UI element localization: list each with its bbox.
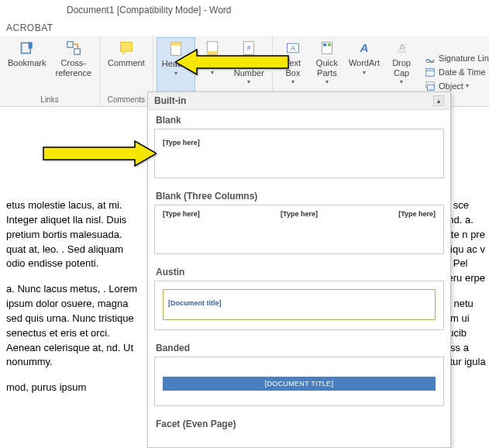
placeholder-text: [Type here]: [398, 210, 436, 218]
placeholder-text: [Type here]: [163, 210, 200, 218]
tab-acrobat[interactable]: ACROBAT: [6, 22, 53, 33]
chevron-down-icon: ▾: [400, 78, 403, 85]
dropdown-header: Built-in ▴: [148, 92, 450, 110]
scroll-up-button[interactable]: ▴: [433, 95, 444, 106]
chevron-down-icon: ▾: [363, 69, 366, 76]
dropcap-icon: A: [394, 40, 409, 56]
paragraph: etus molestie lacus, at mi. Integer aliq…: [6, 198, 141, 271]
datetime-button[interactable]: Date & Time: [422, 65, 489, 79]
links-group-label: Links: [3, 94, 96, 106]
chevron-down-icon: ▾: [325, 78, 329, 85]
crossref-icon: [66, 40, 81, 56]
object-button[interactable]: Object ▾: [422, 79, 489, 93]
crossref-label: Cross- reference: [56, 58, 91, 78]
option-austin[interactable]: [Document title]: [154, 281, 444, 330]
option-banded[interactable]: [DOCUMENT TITLE]: [154, 357, 444, 406]
header-dropdown: Built-in ▴ Blank [Type here] Blank (Thre…: [147, 91, 451, 448]
svg-text:A: A: [360, 41, 369, 54]
title-bar: Document1 [Compatibility Mode] - Word: [0, 0, 489, 20]
option-banded-title: Banded: [154, 338, 444, 357]
svg-rect-13: [323, 43, 326, 46]
placeholder-text: [Type here]: [281, 210, 318, 218]
group-comments: Comment Comments: [100, 36, 153, 106]
svg-rect-2: [67, 42, 73, 48]
window-title: Document1 [Compatibility Mode] - Word: [67, 5, 232, 16]
datetime-icon: [425, 67, 436, 78]
svg-rect-24: [428, 84, 435, 90]
annotation-arrow: [175, 47, 291, 81]
chevron-down-icon: ▾: [466, 82, 469, 89]
signature-line-button[interactable]: Signature Line ▾: [422, 51, 489, 65]
option-blank-three-columns[interactable]: [Type here] [Type here] [Type here]: [154, 205, 444, 254]
option-blank[interactable]: [Type here]: [154, 129, 444, 178]
dropdown-scroll[interactable]: Blank [Type here] Blank (Three Columns) …: [148, 110, 450, 446]
option-facet-title: Facet (Even Page): [154, 414, 444, 432]
svg-marker-26: [43, 141, 157, 166]
svg-rect-21: [426, 68, 435, 76]
svg-rect-3: [74, 49, 81, 55]
group-links: Bookmark Cross- reference Links: [0, 36, 100, 106]
paragraph: mod, purus ipsum: [6, 381, 141, 395]
tab-strip: ACROBAT: [0, 20, 489, 36]
svg-marker-25: [175, 50, 288, 74]
wordart-icon: A: [356, 40, 372, 56]
quickparts-icon: [319, 40, 335, 56]
option-austin-title: Austin: [154, 262, 444, 281]
crossref-button[interactable]: Cross- reference: [51, 37, 96, 94]
option-blank-title: Blank: [154, 110, 444, 129]
bookmark-button[interactable]: Bookmark: [3, 37, 51, 94]
comment-button[interactable]: Comment: [103, 37, 150, 94]
placeholder-text: [DOCUMENT TITLE]: [163, 377, 436, 391]
comment-icon: [119, 40, 134, 56]
option-blank3-title: Blank (Three Columns): [154, 186, 444, 205]
comments-group-label: Comments: [103, 94, 150, 106]
placeholder-text: [Type here]: [163, 139, 200, 146]
object-icon: [425, 81, 436, 91]
paragraph: a. Nunc lacus metus, . Lorem ipsum dolor…: [6, 282, 141, 370]
placeholder-text: [Document title]: [168, 299, 222, 307]
chevron-down-icon: ▾: [291, 78, 294, 85]
bookmark-icon: [19, 40, 35, 56]
annotation-arrow: [40, 138, 157, 172]
svg-rect-5: [170, 43, 181, 46]
signature-icon: [425, 53, 436, 64]
svg-rect-14: [328, 43, 331, 46]
